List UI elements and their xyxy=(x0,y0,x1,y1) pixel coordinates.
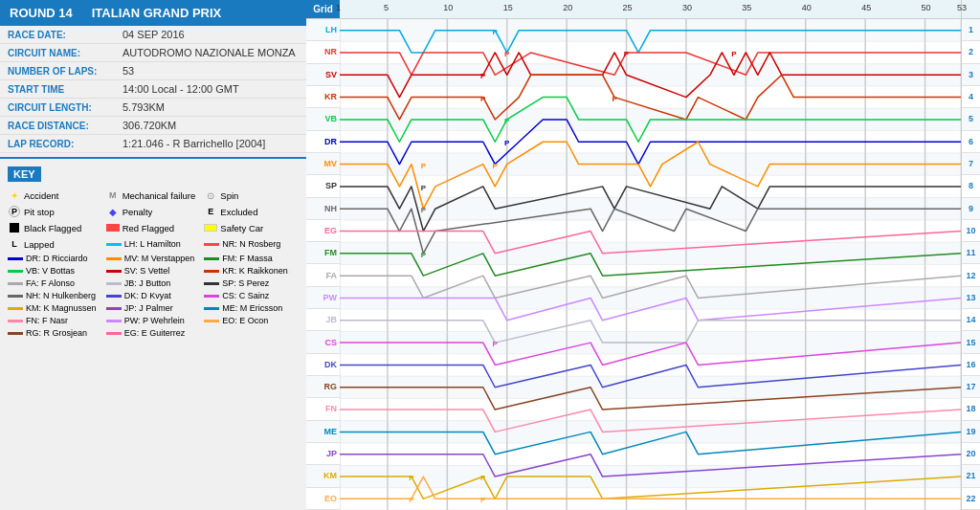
svg-text:P: P xyxy=(504,50,510,58)
lap-tick: 5 xyxy=(384,3,389,12)
key-item: LLapped xyxy=(8,236,102,252)
key-driver-label: KM: K Magnussen xyxy=(26,303,97,313)
lap-tick: 40 xyxy=(802,3,812,12)
right-position-label: 12 xyxy=(962,264,980,286)
key-driver-label: VB: V Bottas xyxy=(26,266,75,276)
row-label: MV xyxy=(306,153,340,175)
key-section: KEY ✦AccidentMMechanical failure⊙SpinPPi… xyxy=(0,157,306,344)
info-row: START TIME14:00 Local - 12:00 GMT xyxy=(0,80,306,99)
key-item: Black Flagged xyxy=(8,220,102,235)
key-driver-item: ME: M Ericsson xyxy=(204,302,299,314)
race-info-table: RACE DATE:04 SEP 2016CIRCUIT NAME:AUTODR… xyxy=(0,26,306,153)
key-item: Red Flagged xyxy=(106,220,201,235)
right-position-label: 14 xyxy=(962,309,980,331)
right-panel: Grid 1510152025303540455053 LHNRSVKRVBDR… xyxy=(306,0,980,510)
race-header: ROUND 14 ITALIAN GRAND PRIX xyxy=(0,0,306,26)
key-label: Safety Car xyxy=(220,223,263,233)
right-position-label: 1 xyxy=(962,19,980,41)
key-icon: M xyxy=(106,188,120,202)
lap-tick: 35 xyxy=(742,3,751,12)
row-label: PW xyxy=(306,287,340,309)
key-driver-item: DR: D Ricciardo xyxy=(8,253,102,264)
key-icon: ⊙ xyxy=(204,188,217,202)
right-position-label: 18 xyxy=(962,398,980,420)
key-driver-line xyxy=(204,295,219,298)
svg-text:P: P xyxy=(493,162,499,170)
svg-rect-10 xyxy=(340,242,961,264)
row-labels: LHNRSVKRVBDRMVSPNHEGFMFAPWJBCSDKRGFNMEJP… xyxy=(306,19,340,510)
key-item: EExcluded xyxy=(204,204,299,219)
key-driver-item: LH: L Hamilton xyxy=(106,236,201,252)
right-position-label: 20 xyxy=(962,443,980,465)
key-item: ◆Penalty xyxy=(106,204,201,219)
key-driver-item: FM: F Massa xyxy=(204,253,299,264)
key-driver-label: EG: E Guiterrez xyxy=(124,328,186,338)
row-label: DR xyxy=(306,131,340,153)
key-driver-line xyxy=(106,307,122,310)
key-driver-item: PW: P Wehrlein xyxy=(106,315,201,326)
key-driver-line xyxy=(8,332,23,335)
right-position-label: 5 xyxy=(962,108,980,130)
key-driver-line xyxy=(106,320,122,322)
row-label: FM xyxy=(306,242,340,264)
key-grid: ✦AccidentMMechanical failure⊙SpinPPit st… xyxy=(8,188,299,339)
chart-area: PPPPPPPPPPPPPPPPPPP xyxy=(340,19,961,510)
row-label: JP xyxy=(306,443,340,465)
key-label: Penalty xyxy=(122,207,153,217)
lap-tick: 53 xyxy=(957,3,967,12)
key-driver-item: DK: D Kvyat xyxy=(106,290,201,301)
key-driver-label: RG: R Grosjean xyxy=(26,328,87,338)
info-label: RACE DATE: xyxy=(0,26,115,44)
key-driver-line xyxy=(8,320,23,322)
svg-text:P: P xyxy=(624,50,630,58)
left-panel: ROUND 14 ITALIAN GRAND PRIX RACE DATE:04… xyxy=(0,0,306,510)
lap-tick: 25 xyxy=(623,3,633,12)
right-position-label: 21 xyxy=(962,465,980,487)
svg-text:P: P xyxy=(612,95,617,103)
right-position-label: 16 xyxy=(962,354,980,376)
key-driver-line xyxy=(8,257,23,260)
svg-text:P: P xyxy=(421,184,427,192)
chart-header: Grid 1510152025303540455053 xyxy=(306,0,980,19)
key-label: Pit stop xyxy=(24,207,55,217)
key-label: Red Flagged xyxy=(122,223,174,233)
info-label: NUMBER OF LAPS: xyxy=(0,62,115,80)
row-label: SV xyxy=(306,64,340,86)
right-position-label: 2 xyxy=(962,41,980,63)
info-row: RACE DISTANCE:306.720KM xyxy=(0,117,306,135)
info-row: CIRCUIT LENGTH:5.793KM xyxy=(0,99,306,117)
key-icon: E xyxy=(204,205,217,218)
key-item: MMechanical failure xyxy=(106,188,201,203)
key-icon: ✦ xyxy=(8,188,21,202)
key-driver-label: NH: N Hulkenberg xyxy=(26,291,96,300)
chart-body: LHNRSVKRVBDRMVSPNHEGFMFAPWJBCSDKRGFNMEJP… xyxy=(306,19,980,510)
key-driver-item: SV: S Vettel xyxy=(106,265,201,277)
key-driver-item: MV: M Verstappen xyxy=(106,253,201,264)
info-value: 1:21.046 - R Barrichello [2004] xyxy=(115,135,306,153)
key-icon: L xyxy=(8,237,21,251)
svg-text:P: P xyxy=(493,28,499,36)
right-position-label: 13 xyxy=(962,287,980,309)
row-label: KR xyxy=(306,86,340,108)
key-driver-item: EO: E Ocon xyxy=(204,315,299,326)
key-driver-label: DR: D Ricciardo xyxy=(26,254,88,263)
key-driver-line xyxy=(204,307,219,310)
key-driver-label: CS: C Sainz xyxy=(222,291,269,300)
info-label: CIRCUIT LENGTH: xyxy=(0,99,115,117)
key-driver-item: VB: V Bottas xyxy=(8,265,102,277)
row-label: JB xyxy=(306,309,340,331)
right-position-label: 19 xyxy=(962,421,980,443)
info-value: 14:00 Local - 12:00 GMT xyxy=(115,80,306,99)
row-label: NH xyxy=(306,198,340,220)
key-driver-item: SP: S Perez xyxy=(204,277,299,289)
row-label: SP xyxy=(306,175,340,197)
key-driver-line xyxy=(106,243,122,246)
key-driver-label: SP: S Perez xyxy=(222,278,269,288)
right-position-label: 9 xyxy=(962,198,980,220)
key-driver-line xyxy=(106,257,122,260)
key-icon xyxy=(8,221,21,234)
chart-svg: PPPPPPPPPPPPPPPPPPP xyxy=(340,19,961,510)
lap-tick: 15 xyxy=(503,3,513,12)
lap-tick: 10 xyxy=(443,3,453,12)
row-label: CS xyxy=(306,331,340,353)
